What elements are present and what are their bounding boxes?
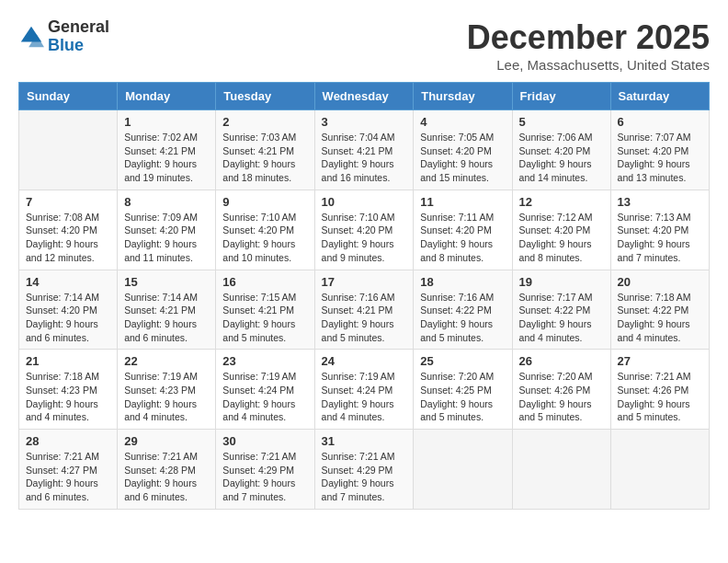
calendar-week-row: 7Sunrise: 7:08 AM Sunset: 4:20 PM Daylig…	[19, 190, 710, 270]
calendar-cell: 3Sunrise: 7:04 AM Sunset: 4:21 PM Daylig…	[314, 110, 414, 190]
day-info: Sunrise: 7:13 AM Sunset: 4:20 PM Dayligh…	[618, 211, 702, 265]
day-info: Sunrise: 7:07 AM Sunset: 4:20 PM Dayligh…	[618, 131, 702, 185]
calendar-cell: 9Sunrise: 7:10 AM Sunset: 4:20 PM Daylig…	[216, 190, 314, 270]
calendar-cell	[19, 110, 118, 190]
day-info: Sunrise: 7:19 AM Sunset: 4:23 PM Dayligh…	[124, 370, 209, 424]
day-info: Sunrise: 7:21 AM Sunset: 4:29 PM Dayligh…	[322, 450, 407, 504]
day-info: Sunrise: 7:05 AM Sunset: 4:20 PM Dayligh…	[420, 131, 505, 185]
day-info: Sunrise: 7:10 AM Sunset: 4:20 PM Dayligh…	[222, 211, 307, 265]
day-header-saturday: Saturday	[610, 83, 709, 110]
day-info: Sunrise: 7:18 AM Sunset: 4:23 PM Dayligh…	[26, 370, 110, 424]
logo: General Blue	[18, 18, 109, 55]
calendar-cell: 16Sunrise: 7:15 AM Sunset: 4:21 PM Dayli…	[216, 270, 314, 350]
day-number: 27	[618, 354, 702, 368]
calendar-cell: 20Sunrise: 7:18 AM Sunset: 4:22 PM Dayli…	[610, 270, 709, 350]
calendar-cell: 5Sunrise: 7:06 AM Sunset: 4:20 PM Daylig…	[512, 110, 610, 190]
day-number: 12	[519, 195, 604, 209]
day-info: Sunrise: 7:21 AM Sunset: 4:29 PM Dayligh…	[222, 450, 307, 504]
day-number: 10	[322, 195, 407, 209]
calendar-cell	[610, 430, 709, 510]
logo-icon	[18, 24, 44, 50]
day-info: Sunrise: 7:21 AM Sunset: 4:27 PM Dayligh…	[26, 450, 110, 504]
calendar-cell: 31Sunrise: 7:21 AM Sunset: 4:29 PM Dayli…	[314, 430, 414, 510]
day-number: 30	[222, 434, 307, 448]
day-number: 18	[420, 275, 505, 289]
day-number: 19	[519, 275, 604, 289]
day-info: Sunrise: 7:15 AM Sunset: 4:21 PM Dayligh…	[222, 291, 307, 345]
calendar-cell: 7Sunrise: 7:08 AM Sunset: 4:20 PM Daylig…	[19, 190, 118, 270]
day-info: Sunrise: 7:12 AM Sunset: 4:20 PM Dayligh…	[519, 211, 604, 265]
day-number: 22	[124, 354, 209, 368]
day-info: Sunrise: 7:20 AM Sunset: 4:25 PM Dayligh…	[420, 370, 505, 424]
day-info: Sunrise: 7:10 AM Sunset: 4:20 PM Dayligh…	[322, 211, 407, 265]
calendar-header-row: SundayMondayTuesdayWednesdayThursdayFrid…	[19, 83, 710, 110]
calendar-cell: 10Sunrise: 7:10 AM Sunset: 4:20 PM Dayli…	[314, 190, 414, 270]
day-info: Sunrise: 7:14 AM Sunset: 4:20 PM Dayligh…	[26, 291, 110, 345]
calendar-cell: 18Sunrise: 7:16 AM Sunset: 4:22 PM Dayli…	[414, 270, 512, 350]
day-info: Sunrise: 7:21 AM Sunset: 4:28 PM Dayligh…	[124, 450, 209, 504]
day-header-monday: Monday	[118, 83, 216, 110]
day-info: Sunrise: 7:08 AM Sunset: 4:20 PM Dayligh…	[26, 211, 110, 265]
calendar-cell: 2Sunrise: 7:03 AM Sunset: 4:21 PM Daylig…	[216, 110, 314, 190]
calendar-cell	[414, 430, 512, 510]
day-number: 31	[322, 434, 407, 448]
calendar-cell: 6Sunrise: 7:07 AM Sunset: 4:20 PM Daylig…	[610, 110, 709, 190]
logo-general-text: General	[48, 17, 109, 36]
calendar-cell: 17Sunrise: 7:16 AM Sunset: 4:21 PM Dayli…	[314, 270, 414, 350]
calendar-cell: 1Sunrise: 7:02 AM Sunset: 4:21 PM Daylig…	[118, 110, 216, 190]
calendar-cell: 19Sunrise: 7:17 AM Sunset: 4:22 PM Dayli…	[512, 270, 610, 350]
calendar-cell: 26Sunrise: 7:20 AM Sunset: 4:26 PM Dayli…	[512, 350, 610, 430]
day-number: 29	[124, 434, 209, 448]
calendar-cell: 15Sunrise: 7:14 AM Sunset: 4:21 PM Dayli…	[118, 270, 216, 350]
day-info: Sunrise: 7:11 AM Sunset: 4:20 PM Dayligh…	[420, 211, 505, 265]
calendar-cell: 22Sunrise: 7:19 AM Sunset: 4:23 PM Dayli…	[118, 350, 216, 430]
calendar-cell: 8Sunrise: 7:09 AM Sunset: 4:20 PM Daylig…	[118, 190, 216, 270]
day-info: Sunrise: 7:18 AM Sunset: 4:22 PM Dayligh…	[618, 291, 702, 345]
day-number: 16	[222, 275, 307, 289]
day-number: 11	[420, 195, 505, 209]
calendar-location: Lee, Massachusetts, United States	[467, 57, 710, 73]
title-block: December 2025 Lee, Massachusetts, United…	[467, 18, 710, 73]
calendar-cell: 13Sunrise: 7:13 AM Sunset: 4:20 PM Dayli…	[610, 190, 709, 270]
day-header-sunday: Sunday	[19, 83, 118, 110]
day-number: 15	[124, 275, 209, 289]
day-number: 5	[519, 115, 604, 129]
day-number: 4	[420, 115, 505, 129]
day-info: Sunrise: 7:14 AM Sunset: 4:21 PM Dayligh…	[124, 291, 209, 345]
day-info: Sunrise: 7:02 AM Sunset: 4:21 PM Dayligh…	[124, 131, 209, 185]
day-info: Sunrise: 7:09 AM Sunset: 4:20 PM Dayligh…	[124, 211, 209, 265]
day-number: 2	[222, 115, 307, 129]
day-number: 28	[26, 434, 110, 448]
day-info: Sunrise: 7:06 AM Sunset: 4:20 PM Dayligh…	[519, 131, 604, 185]
day-number: 6	[618, 115, 702, 129]
day-number: 1	[124, 115, 209, 129]
day-header-wednesday: Wednesday	[314, 83, 414, 110]
day-info: Sunrise: 7:19 AM Sunset: 4:24 PM Dayligh…	[222, 370, 307, 424]
day-info: Sunrise: 7:19 AM Sunset: 4:24 PM Dayligh…	[322, 370, 407, 424]
day-number: 23	[222, 354, 307, 368]
day-info: Sunrise: 7:17 AM Sunset: 4:22 PM Dayligh…	[519, 291, 604, 345]
calendar-week-row: 1Sunrise: 7:02 AM Sunset: 4:21 PM Daylig…	[19, 110, 710, 190]
calendar-cell: 4Sunrise: 7:05 AM Sunset: 4:20 PM Daylig…	[414, 110, 512, 190]
day-number: 21	[26, 354, 110, 368]
day-number: 17	[322, 275, 407, 289]
day-info: Sunrise: 7:16 AM Sunset: 4:22 PM Dayligh…	[420, 291, 505, 345]
calendar-cell: 29Sunrise: 7:21 AM Sunset: 4:28 PM Dayli…	[118, 430, 216, 510]
calendar-cell: 27Sunrise: 7:21 AM Sunset: 4:26 PM Dayli…	[610, 350, 709, 430]
day-header-friday: Friday	[512, 83, 610, 110]
day-number: 20	[618, 275, 702, 289]
day-info: Sunrise: 7:03 AM Sunset: 4:21 PM Dayligh…	[222, 131, 307, 185]
day-info: Sunrise: 7:04 AM Sunset: 4:21 PM Dayligh…	[322, 131, 407, 185]
day-number: 25	[420, 354, 505, 368]
calendar-cell: 28Sunrise: 7:21 AM Sunset: 4:27 PM Dayli…	[19, 430, 118, 510]
day-number: 3	[322, 115, 407, 129]
day-header-tuesday: Tuesday	[216, 83, 314, 110]
calendar-cell: 24Sunrise: 7:19 AM Sunset: 4:24 PM Dayli…	[314, 350, 414, 430]
calendar-week-row: 28Sunrise: 7:21 AM Sunset: 4:27 PM Dayli…	[19, 430, 710, 510]
calendar-title: December 2025	[467, 18, 710, 57]
day-number: 24	[322, 354, 407, 368]
calendar-week-row: 21Sunrise: 7:18 AM Sunset: 4:23 PM Dayli…	[19, 350, 710, 430]
day-number: 9	[222, 195, 307, 209]
day-number: 8	[124, 195, 209, 209]
day-number: 7	[26, 195, 110, 209]
